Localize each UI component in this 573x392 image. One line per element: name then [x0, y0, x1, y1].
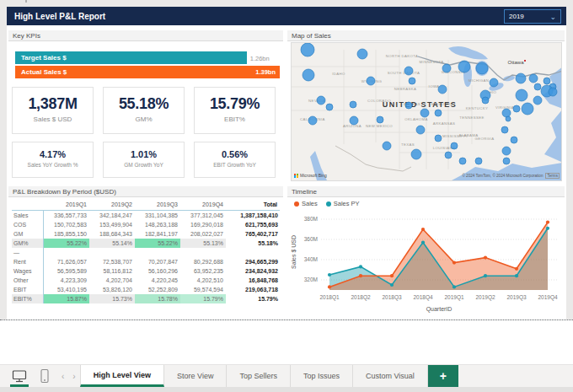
- sales-bubble[interactable]: [442, 64, 451, 72]
- sales-bubble[interactable]: [511, 137, 517, 143]
- kpi-card[interactable]: 55.18%GM%: [103, 87, 185, 134]
- sales-bubble[interactable]: [533, 96, 542, 105]
- sales-bubble[interactable]: [529, 74, 538, 83]
- map-canvas[interactable]: NORTH DAKOTAMINNESOTASOUTH DAKOTAIDAHOWY…: [292, 43, 561, 180]
- kpi-card[interactable]: 15.79%EBIT%: [194, 87, 276, 134]
- sales-bubble[interactable]: [404, 67, 413, 75]
- sales-bubble[interactable]: [475, 158, 482, 164]
- x-tick-label: 2018Q1: [319, 294, 340, 301]
- legend-item[interactable]: Sales: [294, 200, 318, 207]
- sales-bubble[interactable]: [534, 83, 541, 90]
- sales-bubble[interactable]: [458, 61, 470, 72]
- table-cell: 182,841,197: [135, 229, 180, 239]
- sales-bubble[interactable]: [435, 110, 442, 116]
- sales-bubble[interactable]: [377, 116, 383, 123]
- sales-bubble[interactable]: [490, 78, 498, 87]
- row-label: Wages: [12, 266, 44, 276]
- sales-bubble[interactable]: [435, 135, 442, 142]
- sales-bubble[interactable]: [516, 73, 526, 83]
- sales-bubble[interactable]: [409, 78, 415, 84]
- sales-bubble[interactable]: [405, 102, 412, 109]
- data-point[interactable]: [359, 265, 362, 268]
- sales-bubble[interactable]: [503, 158, 510, 164]
- sales-bubble[interactable]: [350, 116, 358, 125]
- page-tab-top-sellers[interactable]: Top Sellers: [227, 365, 291, 387]
- table-cell: [89, 248, 135, 257]
- sales-bubble[interactable]: [506, 116, 511, 121]
- data-point[interactable]: [453, 261, 456, 265]
- sales-bubble[interactable]: [451, 142, 458, 149]
- sales-bubble[interactable]: [502, 109, 511, 117]
- column-header: 2019Q4: [180, 200, 226, 211]
- page-tab-store-view[interactable]: Store View: [164, 365, 227, 387]
- page-tab-custom-visual[interactable]: Custom Visual: [353, 365, 428, 387]
- map-terms-link[interactable]: Terms: [545, 173, 560, 179]
- data-point[interactable]: [546, 221, 549, 224]
- sales-bubble[interactable]: [317, 96, 325, 105]
- data-point[interactable]: [453, 285, 456, 288]
- data-point[interactable]: [359, 274, 362, 277]
- kpi-bar-target[interactable]: Target Sales $1.26bn: [15, 51, 280, 64]
- sales-bubble[interactable]: [367, 77, 375, 85]
- sales-bubble[interactable]: [516, 89, 527, 101]
- sales-bubble[interactable]: [482, 97, 489, 104]
- kpi-card[interactable]: 4.17%Sales YoY Growth %: [12, 142, 94, 178]
- data-point[interactable]: [390, 274, 394, 277]
- page-tab-high-level-view[interactable]: High Level View: [80, 365, 164, 387]
- sales-bubble[interactable]: [513, 105, 520, 112]
- sales-map[interactable]: NORTH DAKOTAMINNESOTASOUTH DAKOTAIDAHOWY…: [291, 42, 562, 181]
- data-point[interactable]: [421, 241, 425, 244]
- data-point[interactable]: [390, 283, 394, 287]
- sales-bubble[interactable]: [445, 152, 452, 158]
- desktop-view-button[interactable]: [7, 365, 32, 387]
- data-point[interactable]: [484, 256, 487, 260]
- data-point[interactable]: [515, 267, 518, 271]
- kpi-card[interactable]: 1.01%GM Growth YoY: [103, 142, 185, 178]
- next-page-icon[interactable]: ›: [68, 365, 79, 387]
- timeline-section-header: Timeline: [287, 186, 565, 197]
- area-series: [329, 223, 548, 290]
- table-cell: [44, 248, 89, 257]
- table-cell: 4,202,704: [89, 276, 135, 285]
- data-point[interactable]: [484, 274, 487, 277]
- sales-bubble[interactable]: [420, 109, 429, 117]
- kpi-card[interactable]: 1,387MSales $ USD: [12, 87, 94, 134]
- year-filter-dropdown[interactable]: 2019 ⌄: [504, 9, 561, 24]
- sales-bubble[interactable]: [357, 49, 367, 59]
- data-point[interactable]: [328, 273, 331, 277]
- legend-item[interactable]: Sales PY: [326, 200, 360, 207]
- sales-bubble[interactable]: [459, 158, 466, 164]
- sales-bubble[interactable]: [308, 116, 317, 125]
- state-label: SOUTH DAKOTA: [388, 71, 420, 75]
- sales-bubble[interactable]: [544, 78, 550, 84]
- sales-bubble[interactable]: [476, 62, 488, 74]
- report-page: High Level P&L Report 2019 ⌄ Key KPIs Ta…: [7, 7, 566, 320]
- sales-bubble[interactable]: [350, 101, 356, 108]
- sales-bubble[interactable]: [549, 88, 557, 96]
- page-tab-top-issues[interactable]: Top Issues: [291, 365, 353, 387]
- kpi-card[interactable]: 0.56%EBIT Growth YoY: [194, 142, 276, 178]
- ruler-tick: [25, 0, 27, 3]
- prev-page-icon[interactable]: ‹: [57, 365, 68, 387]
- sales-bubble[interactable]: [502, 147, 511, 155]
- data-point[interactable]: [515, 274, 518, 277]
- sales-bubble[interactable]: [522, 103, 533, 115]
- kpi-bar-actual[interactable]: Actual Sales $1.39bn: [15, 66, 280, 78]
- sales-bubble[interactable]: [438, 85, 447, 94]
- sales-bubble[interactable]: [411, 149, 421, 159]
- sales-bubble[interactable]: [326, 104, 333, 110]
- add-page-button[interactable]: +: [428, 365, 458, 387]
- bing-logo: Microsoft Bing: [294, 173, 327, 178]
- table-cell: 63,952,235: [180, 266, 226, 276]
- sales-bubble[interactable]: [501, 126, 508, 133]
- data-point[interactable]: [421, 228, 425, 231]
- sales-bubble[interactable]: [416, 126, 425, 134]
- sales-bubble[interactable]: [301, 43, 314, 56]
- data-point[interactable]: [328, 285, 331, 288]
- sales-bubble[interactable]: [383, 142, 391, 150]
- sales-bubble[interactable]: [303, 69, 314, 81]
- data-point[interactable]: [546, 227, 549, 230]
- mobile-view-button[interactable]: [32, 365, 57, 387]
- timeline-chart[interactable]: 320M340M360M380M2018Q12018Q22018Q32018Q4…: [289, 209, 565, 317]
- table-cell: 185,855,150: [44, 229, 89, 239]
